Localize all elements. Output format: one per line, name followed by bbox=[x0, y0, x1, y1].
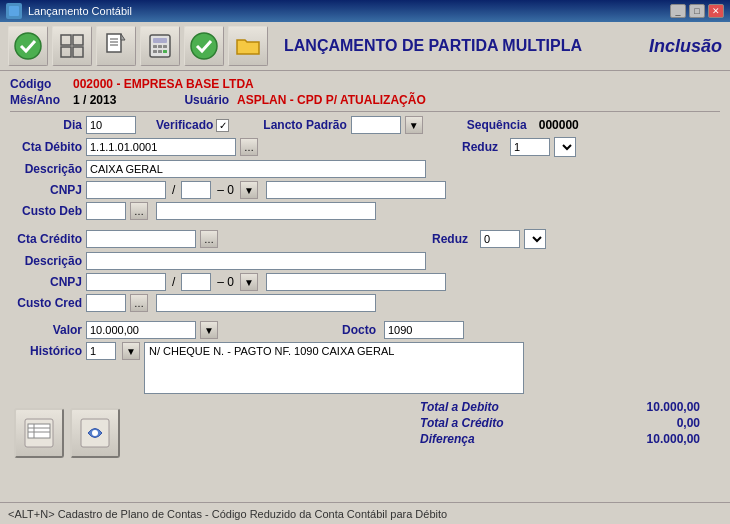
confirm-button[interactable] bbox=[8, 26, 48, 66]
close-button[interactable]: ✕ bbox=[708, 4, 724, 18]
window-controls[interactable]: _ □ ✕ bbox=[670, 4, 724, 18]
cnpj-extra[interactable] bbox=[266, 181, 446, 199]
total-credito-row: Total a Crédito 0,00 bbox=[420, 416, 700, 430]
status-text: <ALT+N> Cadastro de Plano de Contas - Có… bbox=[8, 508, 447, 520]
app-icon bbox=[6, 3, 22, 19]
svg-point-26 bbox=[92, 430, 98, 436]
svg-rect-17 bbox=[158, 50, 162, 53]
descricao-input[interactable] bbox=[86, 160, 426, 178]
valor-label: Valor bbox=[10, 323, 82, 337]
mesano-label: Mês/Ano bbox=[10, 93, 65, 107]
reduz2-label: Reduz bbox=[432, 232, 468, 246]
descricao2-input[interactable] bbox=[86, 252, 426, 270]
cnpj-btn[interactable]: ▼ bbox=[240, 181, 258, 199]
descricao2-label: Descrição bbox=[10, 254, 82, 268]
minimize-button[interactable]: _ bbox=[670, 4, 686, 18]
check-button[interactable] bbox=[184, 26, 224, 66]
grid-button[interactable] bbox=[52, 26, 92, 66]
diferenca-value: 10.000,00 bbox=[610, 432, 700, 446]
custocred-input[interactable] bbox=[86, 294, 126, 312]
historico-select-btn[interactable]: ▼ bbox=[122, 342, 140, 360]
bottom-buttons bbox=[10, 408, 120, 458]
verificado-checkbox[interactable] bbox=[216, 119, 229, 132]
ctacredito-label: Cta Crédito bbox=[10, 232, 82, 246]
ctadebito-input[interactable] bbox=[86, 138, 236, 156]
cnpj-input2[interactable] bbox=[181, 181, 211, 199]
cnpj-input1[interactable] bbox=[86, 181, 166, 199]
lancto-input[interactable] bbox=[351, 116, 401, 134]
cnpj2-input2[interactable] bbox=[181, 273, 211, 291]
status-bar: <ALT+N> Cadastro de Plano de Contas - Có… bbox=[0, 502, 730, 524]
historico-row: Histórico ▼ N/ CHEQUE N. - PAGTO NF. 109… bbox=[10, 342, 720, 394]
totals-table: Total a Debito 10.000,00 Total a Crédito… bbox=[420, 400, 700, 448]
app-title: Lançamento Contábil bbox=[28, 5, 132, 17]
docto-input[interactable] bbox=[384, 321, 464, 339]
ctadebito-btn[interactable]: … bbox=[240, 138, 258, 156]
custodeb-input[interactable] bbox=[86, 202, 126, 220]
document-button[interactable] bbox=[96, 26, 136, 66]
ctacredito-input[interactable] bbox=[86, 230, 196, 248]
cnpj-dash: – 0 bbox=[217, 183, 234, 197]
svg-rect-4 bbox=[61, 47, 71, 57]
main-area: Código 002000 - EMPRESA BASE LTDA Mês/An… bbox=[0, 71, 730, 464]
cnpj2-slash: / bbox=[172, 275, 175, 289]
docto-label: Docto bbox=[342, 323, 376, 337]
historico-num[interactable] bbox=[86, 342, 116, 360]
custocred-extra[interactable] bbox=[156, 294, 376, 312]
svg-rect-5 bbox=[73, 47, 83, 57]
maximize-button[interactable]: □ bbox=[689, 4, 705, 18]
bottom-btn-1[interactable] bbox=[14, 408, 64, 458]
cnpj2-input1[interactable] bbox=[86, 273, 166, 291]
title-bar: Lançamento Contábil _ □ ✕ bbox=[0, 0, 730, 22]
descricao2-row: Descrição bbox=[10, 252, 720, 270]
ctadebito-row: Cta Débito … Reduz ▼ bbox=[10, 137, 720, 157]
reduz2-input[interactable] bbox=[480, 230, 520, 248]
ctadebito-label: Cta Débito bbox=[10, 140, 82, 154]
toolbar: LANÇAMENTO DE PARTIDA MULTIPLA Inclusão bbox=[0, 22, 730, 71]
reduz-input[interactable] bbox=[510, 138, 550, 156]
codigo-value: 002000 - EMPRESA BASE LTDA bbox=[73, 77, 254, 91]
svg-point-19 bbox=[191, 33, 217, 59]
reduz2-select[interactable]: ▼ bbox=[524, 229, 546, 249]
reduz-label: Reduz bbox=[462, 140, 498, 154]
valor-row: Valor ▼ Docto bbox=[10, 321, 720, 339]
reduz-select[interactable]: ▼ bbox=[554, 137, 576, 157]
toolbar-title: LANÇAMENTO DE PARTIDA MULTIPLA bbox=[284, 37, 645, 55]
custocred-row: Custo Cred … bbox=[10, 294, 720, 312]
codigo-row: Código 002000 - EMPRESA BASE LTDA bbox=[10, 77, 720, 91]
bottom-btn-2[interactable] bbox=[70, 408, 120, 458]
folder-button[interactable] bbox=[228, 26, 268, 66]
svg-rect-21 bbox=[28, 424, 50, 438]
ctacredito-btn[interactable]: … bbox=[200, 230, 218, 248]
custocred-btn[interactable]: … bbox=[130, 294, 148, 312]
custodeb-extra[interactable] bbox=[156, 202, 376, 220]
cnpj2-extra[interactable] bbox=[266, 273, 446, 291]
cnpj-label: CNPJ bbox=[10, 183, 82, 197]
svg-rect-13 bbox=[153, 45, 157, 48]
total-credito-value: 0,00 bbox=[610, 416, 700, 430]
cnpj2-dash: – 0 bbox=[217, 275, 234, 289]
historico-text[interactable]: N/ CHEQUE N. - PAGTO NF. 1090 CAIXA GERA… bbox=[144, 342, 524, 394]
cnpj2-btn[interactable]: ▼ bbox=[240, 273, 258, 291]
svg-marker-10 bbox=[121, 34, 125, 40]
svg-rect-14 bbox=[158, 45, 162, 48]
mesano-row: Mês/Ano 1 / 2013 Usuário ASPLAN - CPD P/… bbox=[10, 93, 720, 107]
total-credito-label: Total a Crédito bbox=[420, 416, 504, 430]
ctacredito-row: Cta Crédito … Reduz ▼ bbox=[10, 229, 720, 249]
svg-rect-6 bbox=[107, 34, 121, 52]
total-debito-label: Total a Debito bbox=[420, 400, 499, 414]
total-debito-row: Total a Debito 10.000,00 bbox=[420, 400, 700, 414]
cnpj-row: CNPJ / – 0 ▼ bbox=[10, 181, 720, 199]
usuario-label: Usuário bbox=[184, 93, 229, 107]
valor-input[interactable] bbox=[86, 321, 196, 339]
calculator-button[interactable] bbox=[140, 26, 180, 66]
cnpj2-row: CNPJ / – 0 ▼ bbox=[10, 273, 720, 291]
descricao-label: Descrição bbox=[10, 162, 82, 176]
custocred-label: Custo Cred bbox=[10, 296, 82, 310]
svg-rect-15 bbox=[163, 45, 167, 48]
valor-btn[interactable]: ▼ bbox=[200, 321, 218, 339]
svg-rect-0 bbox=[9, 6, 19, 16]
dia-input[interactable] bbox=[86, 116, 136, 134]
lancto-btn[interactable]: ▼ bbox=[405, 116, 423, 134]
custodeb-btn[interactable]: … bbox=[130, 202, 148, 220]
